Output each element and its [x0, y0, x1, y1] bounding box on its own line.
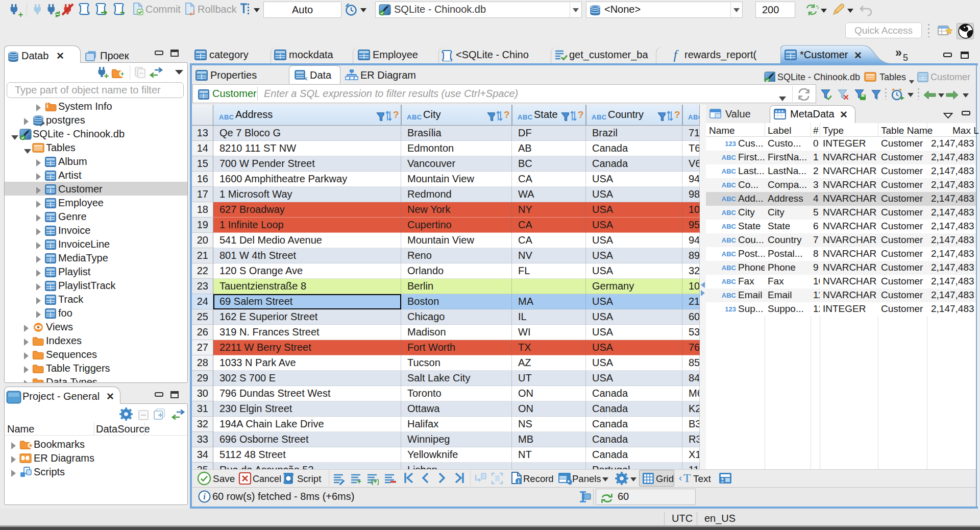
- svg-text:(+): (+): [371, 477, 379, 485]
- svg-text:f: f: [673, 49, 679, 62]
- svg-text:★: ★: [28, 442, 33, 448]
- svg-text:+: +: [18, 10, 23, 17]
- svg-text:i: i: [203, 492, 206, 501]
- svg-text:+: +: [120, 8, 125, 15]
- svg-text:+: +: [357, 477, 361, 485]
- svg-text:T: T: [683, 472, 691, 485]
- svg-text:i: i: [518, 478, 519, 484]
- svg-text:<>: <>: [304, 76, 308, 81]
